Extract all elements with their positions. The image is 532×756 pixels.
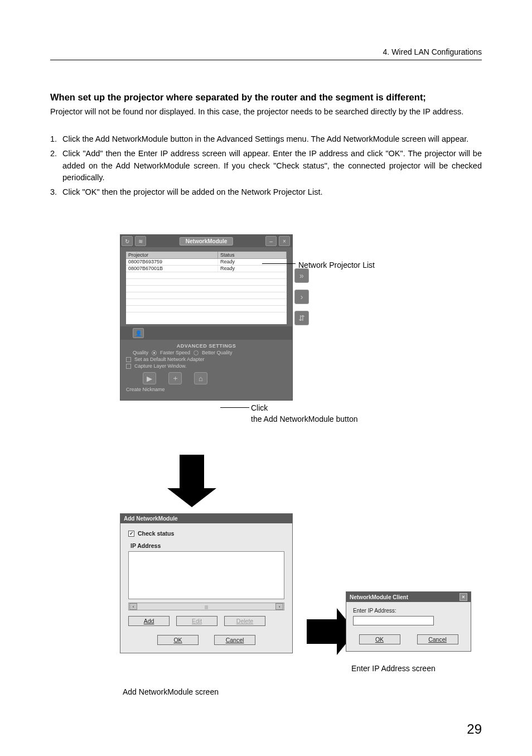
advanced-settings-panel: ADVANCED SETTINGS Quality Faster Speed B… xyxy=(120,340,292,400)
refresh-icon[interactable]: ↻ xyxy=(122,236,133,246)
cancel-button[interactable]: Cancel xyxy=(214,635,255,645)
wifi-icon[interactable]: ≋ xyxy=(135,236,146,246)
capture-layer-row: Capture Layer Window. xyxy=(126,363,287,369)
step-item: 3. Click "OK" then the projector will be… xyxy=(50,186,482,199)
ip-buttons-row: OK Cancel xyxy=(353,634,464,644)
step-item: 2. Click "Add" then the Enter IP address… xyxy=(50,148,482,184)
advanced-title: ADVANCED SETTINGS xyxy=(126,343,287,349)
callout-add-nm: the Add NetworkModule button xyxy=(251,415,357,423)
callout-line xyxy=(220,407,249,408)
play-icon[interactable]: ▶ xyxy=(143,372,156,384)
ip-cancel-button[interactable]: Cancel xyxy=(417,634,458,644)
tool-icon[interactable]: ⌂ xyxy=(194,372,207,384)
ip-window-caption: Enter IP Address screen xyxy=(351,664,436,673)
chapter-title: 4. Wired LAN Configurations xyxy=(383,47,482,56)
check-status-label: Check status xyxy=(138,530,174,537)
add-networkmodule-window: Add NetworkModule ✓ Check status IP Addr… xyxy=(120,513,293,653)
callout-projector-list: Network Projector List xyxy=(298,261,375,269)
table-row xyxy=(126,306,287,312)
projector-list-table: Projector Status 08007B693759 Ready 0800… xyxy=(126,252,287,324)
enter-ip-label: Enter IP Address: xyxy=(353,608,464,614)
better-quality-radio[interactable] xyxy=(194,350,199,355)
push-all-icon[interactable]: » xyxy=(294,268,309,283)
callout-add-button: Click the Add NetworkModule button xyxy=(251,403,357,425)
step-item: 1. Click the Add NetworkModule button in… xyxy=(50,133,482,146)
table-row[interactable]: 08007B67001B Ready xyxy=(126,266,287,272)
edit-buttons-row: Add Edit Delete xyxy=(128,616,284,626)
ip-address-label: IP Address xyxy=(128,542,284,549)
table-row xyxy=(126,299,287,306)
ip-address-input[interactable] xyxy=(353,616,434,625)
chapter-header: 4. Wired LAN Configurations xyxy=(50,47,482,60)
default-adapter-label: Set as Default Network Adapter xyxy=(134,357,205,362)
confirm-buttons-row: OK Cancel xyxy=(128,635,284,645)
table-header: Projector Status xyxy=(126,252,287,259)
ok-button[interactable]: OK xyxy=(157,635,199,645)
sliders-icon[interactable]: ⇵ xyxy=(294,311,309,325)
cell-status: Ready xyxy=(218,259,287,265)
ip-window-title: NetworkModule Client × xyxy=(346,592,471,602)
step-text: Click "Add" then the Enter IP address sc… xyxy=(62,148,482,184)
col-status: Status xyxy=(218,252,287,258)
quality-row: Quality Faster Speed Better Quality xyxy=(126,350,287,355)
arrow-down-icon xyxy=(180,455,216,507)
quality-label: Quality xyxy=(126,350,148,355)
table-row xyxy=(126,286,287,292)
close-icon[interactable]: × xyxy=(279,236,290,246)
cell-status: Ready xyxy=(218,266,287,272)
add-button[interactable]: Add xyxy=(128,616,170,626)
ip-title-text: NetworkModule Client xyxy=(350,594,408,600)
scroll-right-icon[interactable]: › xyxy=(275,603,283,610)
user-icon[interactable]: 👤 xyxy=(133,328,144,338)
add-networkmodule-icon[interactable]: ＋ xyxy=(168,372,182,384)
window-title: NetworkModule xyxy=(180,237,233,245)
advanced-icon-row: ▶ ＋ ⌂ xyxy=(143,372,287,384)
check-status-checkbox[interactable]: ✓ xyxy=(128,531,134,537)
minimize-icon[interactable]: – xyxy=(265,236,277,246)
table-row xyxy=(126,272,287,279)
ip-ok-button[interactable]: OK xyxy=(359,634,400,644)
step-text: Click the Add NetworkModule button in th… xyxy=(62,133,482,146)
step-number: 2. xyxy=(50,148,62,184)
default-adapter-row: Set as Default Network Adapter xyxy=(126,357,287,362)
delete-button[interactable]: Delete xyxy=(224,616,265,626)
section-intro: Projector will not be found nor displaye… xyxy=(50,106,482,118)
horizontal-scrollbar[interactable]: ‹ ||| › xyxy=(128,603,284,610)
section-heading: When set up the projector where separate… xyxy=(50,92,482,103)
faster-speed-radio[interactable] xyxy=(152,350,157,355)
add-nm-caption: Add NetworkModule screen xyxy=(123,687,219,696)
step-text: Click "OK" then the projector will be ad… xyxy=(62,186,482,199)
push-one-icon[interactable]: › xyxy=(294,290,309,304)
capture-layer-checkbox[interactable] xyxy=(126,364,131,369)
capture-layer-label: Capture Layer Window. xyxy=(134,363,187,369)
step-list: 1. Click the Add NetworkModule button in… xyxy=(50,133,482,199)
check-status-row: ✓ Check status xyxy=(128,530,284,537)
default-adapter-checkbox[interactable] xyxy=(126,357,131,362)
step-number: 1. xyxy=(50,133,62,146)
create-nickname-label: Create Nickname xyxy=(126,387,287,392)
bottom-toolbar: 👤 xyxy=(120,326,292,340)
callout-click: Click xyxy=(251,403,268,412)
step-number: 3. xyxy=(50,186,62,199)
scroll-left-icon[interactable]: ‹ xyxy=(129,603,137,610)
faster-speed-label: Faster Speed xyxy=(160,350,190,355)
table-row[interactable]: 08007B693759 Ready xyxy=(126,259,287,266)
callout-line xyxy=(262,263,296,264)
figures-area: ↻ ≋ NetworkModule – × Projector Status 0… xyxy=(50,234,482,734)
enter-ip-window: NetworkModule Client × Enter IP Address:… xyxy=(346,591,471,652)
table-row xyxy=(126,292,287,299)
better-quality-label: Better Quality xyxy=(202,350,233,355)
titlebar: ↻ ≋ NetworkModule – × xyxy=(120,235,292,247)
ip-address-list[interactable] xyxy=(128,551,284,599)
close-icon[interactable]: × xyxy=(460,593,467,601)
side-buttons: » › ⇵ xyxy=(294,268,309,325)
edit-button[interactable]: Edit xyxy=(176,616,217,626)
table-row xyxy=(126,279,287,286)
add-nm-title: Add NetworkModule xyxy=(120,514,292,523)
cell-projector: 08007B67001B xyxy=(126,266,218,272)
cell-projector: 08007B693759 xyxy=(126,259,218,265)
networkmodule-window: ↻ ≋ NetworkModule – × Projector Status 0… xyxy=(120,234,293,401)
body-content: When set up the projector where separate… xyxy=(50,92,482,201)
col-projector: Projector xyxy=(126,252,218,258)
page-number: 29 xyxy=(467,721,482,737)
